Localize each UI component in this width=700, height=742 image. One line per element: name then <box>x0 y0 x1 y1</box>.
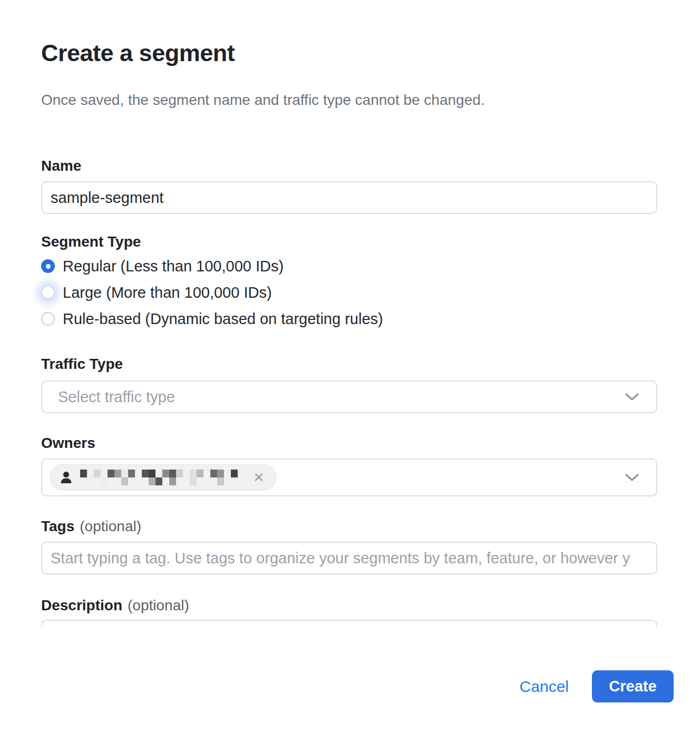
modal-subtitle: Once saved, the segment name and traffic… <box>41 91 657 110</box>
tags-input[interactable] <box>41 542 657 574</box>
modal-scroll-area[interactable]: Create a segment Once saved, the segment… <box>0 0 700 627</box>
radio-unselected-icon[interactable] <box>41 312 55 326</box>
radio-unselected-icon[interactable] <box>41 286 55 299</box>
radio-option-label: Large (More than 100,000 IDs) <box>63 284 272 301</box>
tags-optional-suffix: (optional) <box>80 518 141 534</box>
description-input[interactable] <box>41 620 657 627</box>
traffic-type-placeholder: Select traffic type <box>58 388 625 406</box>
tags-label-text: Tags <box>41 518 74 534</box>
description-optional-suffix: (optional) <box>128 597 189 613</box>
person-icon <box>60 471 73 484</box>
owners-select[interactable]: ✕ <box>41 458 657 496</box>
segment-type-radio-group: Regular (Less than 100,000 IDs) Large (M… <box>41 257 657 328</box>
radio-option-label: Regular (Less than 100,000 IDs) <box>63 257 284 275</box>
remove-owner-icon[interactable]: ✕ <box>253 471 265 484</box>
cancel-button[interactable]: Cancel <box>520 678 569 696</box>
radio-option-large[interactable]: Large (More than 100,000 IDs) <box>41 284 657 301</box>
description-label-text: Description <box>41 597 122 613</box>
traffic-type-select[interactable]: Select traffic type <box>41 380 657 413</box>
tags-label: Tags(optional) <box>41 518 657 535</box>
name-label: Name <box>41 157 657 175</box>
traffic-type-label: Traffic Type <box>41 355 657 373</box>
radio-selected-icon[interactable] <box>41 259 55 273</box>
redacted-owner-name <box>80 470 245 485</box>
radio-option-rule-based[interactable]: Rule-based (Dynamic based on targeting r… <box>41 310 657 328</box>
page-title: Create a segment <box>41 40 657 66</box>
radio-option-label: Rule-based (Dynamic based on targeting r… <box>63 310 383 328</box>
modal-footer: Cancel Create <box>0 670 700 702</box>
chevron-down-icon <box>625 392 639 402</box>
chevron-down-icon <box>625 473 639 482</box>
radio-option-regular[interactable]: Regular (Less than 100,000 IDs) <box>41 257 657 275</box>
segment-type-label: Segment Type <box>41 233 657 251</box>
create-button[interactable]: Create <box>592 670 674 702</box>
owner-chip[interactable]: ✕ <box>50 464 277 491</box>
description-label: Description(optional) <box>41 597 657 614</box>
owners-label: Owners <box>41 434 657 452</box>
name-input[interactable] <box>41 181 657 214</box>
create-segment-modal: Create a segment Once saved, the segment… <box>0 0 700 742</box>
